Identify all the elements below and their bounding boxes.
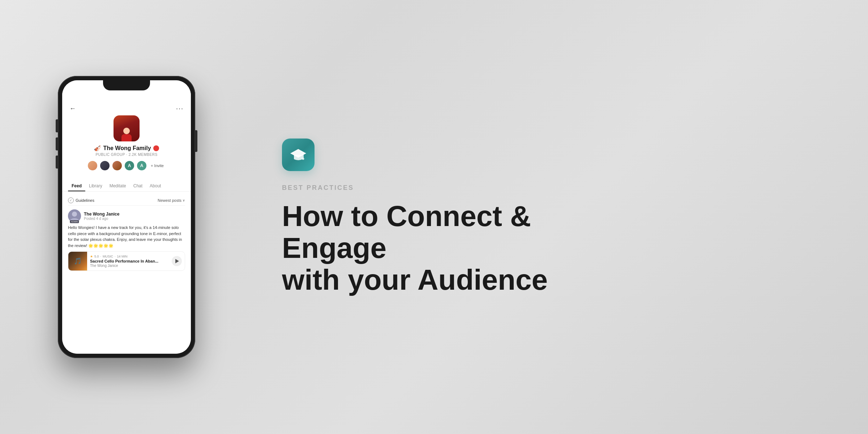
more-menu-button[interactable]: ··· bbox=[176, 105, 184, 112]
member-avatar-1 bbox=[87, 160, 98, 171]
member-avatar-3 bbox=[112, 160, 123, 171]
category-label: BEST PRACTICES bbox=[282, 184, 825, 192]
avatar-figure bbox=[114, 115, 140, 141]
member-avatar-a2: A bbox=[136, 160, 147, 171]
status-bar bbox=[62, 92, 191, 102]
member-avatars-row: A A + Invite bbox=[87, 160, 166, 171]
post-author-name: The Wong Janice bbox=[84, 212, 185, 217]
right-section: BEST PRACTICES How to Connect & Engage w… bbox=[253, 0, 868, 434]
screen-content: ← ··· 🎻 The Wong Family bbox=[62, 80, 191, 354]
tabs-row: Feed Library Meditate Chat About bbox=[62, 181, 191, 192]
member-avatar-a1: A bbox=[124, 160, 135, 171]
newest-posts-dropdown[interactable]: Newest posts ∨ bbox=[158, 198, 185, 203]
newest-posts-label: Newest posts bbox=[158, 198, 181, 203]
post-time: Posted 4 d ago bbox=[84, 217, 185, 221]
music-category: MUSIC bbox=[103, 255, 113, 258]
group-meta: PUBLIC GROUP · 2.2K MEMBERS bbox=[95, 153, 157, 157]
group-avatar bbox=[114, 115, 140, 141]
group-emoji: 🎻 bbox=[94, 145, 101, 152]
music-note-icon: 🎵 bbox=[74, 257, 82, 265]
avatar-body bbox=[121, 134, 132, 141]
tab-about[interactable]: About bbox=[146, 181, 164, 191]
svg-rect-4 bbox=[303, 153, 304, 158]
phone-frame: ← ··· 🎻 The Wong Family bbox=[58, 76, 195, 358]
guidelines-left: ✓ Guidelines bbox=[68, 197, 94, 203]
check-circle-icon: ✓ bbox=[68, 197, 74, 203]
star-icon: ★ bbox=[90, 255, 93, 258]
feed-section: ✓ Guidelines Newest posts ∨ bbox=[62, 192, 191, 273]
play-triangle-icon bbox=[175, 259, 179, 263]
app-nav: ← ··· bbox=[62, 102, 191, 114]
red-circle-badge bbox=[153, 145, 159, 151]
group-name-text: The Wong Family bbox=[103, 145, 151, 152]
music-duration: 14 MIN bbox=[117, 255, 128, 258]
avatar-head bbox=[123, 128, 130, 134]
post-author-row: ADMIN The Wong Janice Posted 4 d ago bbox=[68, 209, 185, 222]
svg-point-1 bbox=[72, 212, 77, 217]
guidelines-label: Guidelines bbox=[76, 198, 94, 203]
heading-line1: How to Connect & Engage bbox=[282, 200, 531, 264]
left-section: ← ··· 🎻 The Wong Family bbox=[0, 0, 253, 434]
post-item: ADMIN The Wong Janice Posted 4 d ago Hel… bbox=[68, 205, 185, 273]
tab-chat[interactable]: Chat bbox=[130, 181, 146, 191]
guidelines-row: ✓ Guidelines Newest posts ∨ bbox=[68, 195, 185, 205]
chevron-down-icon: ∨ bbox=[183, 199, 185, 202]
music-meta: ★ 5.0 · MUSIC · 14 MIN bbox=[90, 255, 169, 258]
music-separator: · bbox=[101, 255, 102, 258]
post-avatar-wrap: ADMIN bbox=[68, 209, 81, 222]
heading-line2: with your Audience bbox=[282, 264, 548, 296]
main-heading: How to Connect & Engage with your Audien… bbox=[282, 200, 607, 296]
graduation-cap-icon bbox=[289, 145, 308, 164]
music-info: ★ 5.0 · MUSIC · 14 MIN Sacred Cello Perf… bbox=[87, 252, 172, 270]
tab-meditate[interactable]: Meditate bbox=[106, 181, 130, 191]
badge-icon bbox=[282, 139, 315, 171]
post-text: Hello Wongies! I have a new track for yo… bbox=[68, 225, 185, 248]
music-artist: The Wong Janice bbox=[90, 264, 169, 268]
music-rating: 5.0 bbox=[94, 255, 99, 258]
post-author-info: The Wong Janice Posted 4 d ago bbox=[84, 212, 185, 221]
phone-notch bbox=[103, 80, 150, 90]
play-button[interactable] bbox=[172, 256, 182, 266]
invite-button[interactable]: + Invite bbox=[149, 163, 166, 169]
music-title: Sacred Cello Performance In Aban... bbox=[90, 259, 169, 263]
tab-feed[interactable]: Feed bbox=[68, 181, 85, 191]
music-thumbnail: 🎵 bbox=[68, 252, 87, 271]
phone-screen: ← ··· 🎻 The Wong Family bbox=[62, 80, 191, 354]
group-name: 🎻 The Wong Family bbox=[94, 145, 159, 152]
member-avatar-2 bbox=[99, 160, 110, 171]
tab-library[interactable]: Library bbox=[85, 181, 106, 191]
group-header: 🎻 The Wong Family PUBLIC GROUP · 2.2K ME… bbox=[62, 114, 191, 181]
back-button[interactable]: ← bbox=[69, 105, 76, 112]
music-separator2: · bbox=[115, 255, 116, 258]
admin-badge: ADMIN bbox=[70, 220, 79, 223]
music-card[interactable]: 🎵 ★ 5.0 · MUSIC · 14 MIN bbox=[68, 251, 185, 271]
